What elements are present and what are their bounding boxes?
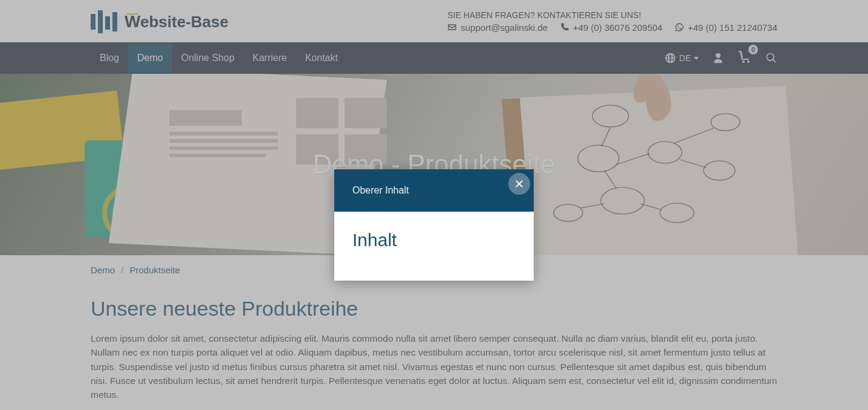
contact-email-text: support@sgalinski.de xyxy=(461,22,548,33)
breadcrumb-item-produktseite[interactable]: Produktseite xyxy=(130,265,180,275)
modal-header-title: Oberer Inhalt xyxy=(352,185,409,195)
main-content: Unsere neueste Produktreihe Lorem ipsum … xyxy=(0,285,868,410)
content-heading: Unsere neueste Produktreihe xyxy=(91,297,777,321)
envelope-icon xyxy=(447,22,457,32)
language-selector[interactable]: DE xyxy=(664,52,699,64)
modal-close-button[interactable] xyxy=(508,173,530,195)
svg-rect-15 xyxy=(169,146,278,150)
modal-body: Inhalt xyxy=(334,212,534,281)
svg-rect-17 xyxy=(296,98,338,128)
contact-details: support@sgalinski.de +49 (0) 36076 20950… xyxy=(447,22,777,33)
modal: Oberer Inhalt Inhalt xyxy=(334,169,534,281)
contact-block: SIE HABEN FRAGEN? KONTAKTIEREN SIE UNS! … xyxy=(447,10,777,33)
close-icon xyxy=(514,179,524,189)
logo[interactable]: W ebsite-Base xyxy=(91,8,248,34)
modal-header: Oberer Inhalt xyxy=(334,169,534,212)
nav-item-karriere[interactable]: Karriere xyxy=(244,44,296,73)
main-nav: Blog Demo Online Shop Karriere Kontakt D… xyxy=(0,42,868,74)
whatsapp-icon xyxy=(675,22,684,32)
svg-rect-18 xyxy=(345,98,387,128)
globe-icon xyxy=(664,52,676,64)
nav-item-blog[interactable]: Blog xyxy=(91,44,128,73)
contact-whatsapp-text: +49 (0) 151 21240734 xyxy=(688,22,777,33)
nav-item-shop[interactable]: Online Shop xyxy=(172,44,244,73)
content-body: Lorem ipsum dolor sit amet, consectetur … xyxy=(91,331,777,402)
svg-rect-14 xyxy=(169,139,278,143)
caret-down-icon xyxy=(694,57,699,60)
svg-rect-1 xyxy=(98,10,103,33)
nav-right: DE 0 xyxy=(664,50,777,67)
contact-heading: SIE HABEN FRAGEN? KONTAKTIEREN SIE UNS! xyxy=(447,10,777,20)
user-icon[interactable] xyxy=(712,52,724,64)
breadcrumb-separator: / xyxy=(121,265,123,275)
phone-icon xyxy=(560,22,569,32)
contact-phone[interactable]: +49 (0) 36076 209504 xyxy=(560,22,662,33)
cart-button[interactable]: 0 xyxy=(737,50,752,67)
svg-rect-0 xyxy=(91,14,96,30)
svg-rect-3 xyxy=(112,12,117,31)
svg-text:W: W xyxy=(125,12,141,31)
svg-rect-16 xyxy=(169,154,266,157)
cart-badge: 0 xyxy=(748,45,758,54)
contact-whatsapp[interactable]: +49 (0) 151 21240734 xyxy=(675,22,777,33)
breadcrumb-item-demo[interactable]: Demo xyxy=(91,265,115,275)
contact-phone-text: +49 (0) 36076 209504 xyxy=(573,22,662,33)
nav-item-kontakt[interactable]: Kontakt xyxy=(296,44,347,73)
contact-email[interactable]: support@sgalinski.de xyxy=(447,22,548,33)
search-icon[interactable] xyxy=(765,52,777,64)
nav-item-demo[interactable]: Demo xyxy=(128,44,172,73)
modal-body-title: Inhalt xyxy=(352,230,516,250)
svg-text:ebsite-Base: ebsite-Base xyxy=(140,13,228,31)
language-label: DE xyxy=(679,53,691,63)
svg-rect-2 xyxy=(105,16,110,30)
svg-rect-12 xyxy=(169,110,242,126)
logo-icon: W ebsite-Base xyxy=(91,8,248,34)
nav-left: Blog Demo Online Shop Karriere Kontakt xyxy=(91,44,347,73)
topbar: W ebsite-Base SIE HABEN FRAGEN? KONTAKTI… xyxy=(0,0,868,42)
svg-rect-13 xyxy=(169,132,278,135)
